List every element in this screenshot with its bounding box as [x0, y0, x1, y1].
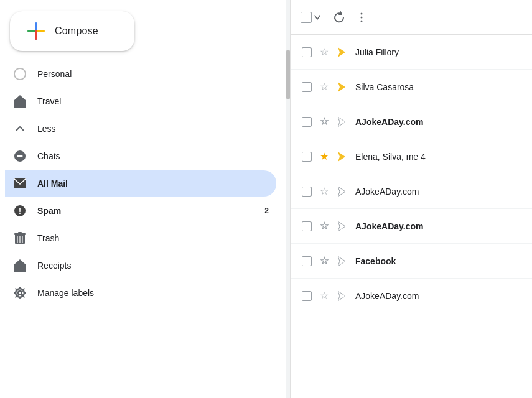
select-dropdown-icon[interactable]: [313, 13, 322, 22]
row-checkbox-4[interactable]: [301, 150, 313, 163]
sidebar-item-trash[interactable]: Trash: [5, 225, 276, 251]
refresh-button[interactable]: [329, 7, 349, 27]
compose-button[interactable]: Compose: [10, 11, 134, 51]
gear-icon: [12, 285, 27, 300]
chats-label: Chats: [37, 151, 60, 161]
svg-marker-28: [338, 187, 345, 197]
trash-icon: [12, 231, 27, 246]
email-row[interactable]: ☆ AJokeADay.com: [291, 104, 532, 139]
svg-point-4: [14, 68, 26, 80]
row-checkbox-5[interactable]: [301, 185, 313, 198]
receipts-label: Receipts: [37, 261, 71, 271]
sidebar-item-less[interactable]: Less: [5, 116, 276, 142]
svg-point-19: [16, 289, 24, 297]
manage-labels-label: Manage labels: [37, 288, 94, 298]
more-icon: [355, 11, 368, 24]
compose-plus-icon: [25, 20, 47, 42]
svg-marker-24: [338, 47, 345, 57]
email-row[interactable]: ☆ AJokeADay.com: [291, 209, 532, 244]
compose-label: Compose: [55, 25, 98, 37]
all-mail-icon: [12, 176, 27, 191]
svg-point-23: [361, 20, 363, 22]
star-8[interactable]: ☆: [318, 290, 330, 302]
svg-point-20: [18, 291, 22, 295]
email-list: ☆ Julia Fillory ☆ Silva Casarosa ☆ AJoke…: [291, 35, 532, 398]
important-3: [335, 114, 350, 129]
row-checkbox-1[interactable]: [301, 46, 313, 58]
sender-name-5: AJokeADay.com: [355, 187, 522, 197]
star-1[interactable]: ☆: [318, 46, 330, 58]
sidebar: Compose Personal Travel: [0, 0, 286, 398]
trash-label: Trash: [37, 233, 59, 243]
row-checkbox-3[interactable]: [301, 116, 313, 128]
scrollbar[interactable]: [286, 0, 290, 398]
row-checkbox-2[interactable]: [301, 81, 313, 93]
svg-point-22: [361, 16, 363, 18]
star-5[interactable]: ☆: [318, 185, 330, 198]
sidebar-item-receipts[interactable]: Receipts: [5, 252, 276, 279]
svg-point-7: [19, 155, 21, 157]
sidebar-nav: Personal Travel Less: [0, 61, 286, 306]
sidebar-item-chats[interactable]: Chats: [5, 143, 276, 169]
spam-icon: !: [12, 203, 27, 218]
sender-name-6: AJokeADay.com: [355, 221, 522, 231]
email-row[interactable]: ☆ Silva Casarosa: [291, 70, 532, 104]
svg-marker-25: [338, 82, 345, 92]
personal-label: Personal: [37, 69, 72, 79]
sender-name-7: Facebook: [355, 256, 522, 266]
svg-point-8: [21, 155, 23, 157]
all-mail-label: All Mail: [37, 178, 68, 188]
important-2: [335, 80, 350, 95]
toolbar: [291, 0, 532, 35]
svg-rect-14: [18, 232, 22, 234]
sidebar-item-personal[interactable]: Personal: [5, 61, 276, 87]
refresh-icon: [333, 11, 345, 24]
less-label: Less: [37, 124, 56, 134]
star-6[interactable]: ☆: [318, 220, 330, 233]
star-3[interactable]: ☆: [318, 116, 330, 128]
spam-label: Spam: [37, 206, 61, 216]
sidebar-item-all-mail[interactable]: All Mail: [5, 170, 276, 197]
email-row[interactable]: ☆ Facebook: [291, 244, 532, 279]
svg-marker-30: [338, 256, 345, 266]
select-all-group[interactable]: [301, 12, 322, 23]
email-row[interactable]: ☆ Julia Fillory: [291, 35, 532, 70]
personal-icon: [12, 67, 27, 81]
svg-point-6: [17, 155, 19, 157]
receipts-icon: [12, 258, 27, 273]
important-4: [335, 149, 350, 164]
svg-point-21: [361, 12, 363, 14]
row-checkbox-8[interactable]: [301, 290, 313, 302]
email-row[interactable]: ☆ AJokeADay.com: [291, 279, 532, 313]
important-8: [335, 289, 350, 303]
svg-marker-31: [338, 291, 345, 301]
svg-marker-27: [338, 152, 345, 162]
star-4[interactable]: ★: [318, 150, 330, 163]
svg-marker-26: [338, 117, 345, 127]
more-button[interactable]: [352, 7, 371, 27]
sender-name-8: AJokeADay.com: [355, 291, 522, 301]
email-row[interactable]: ★ Elena, Silva, me 4: [291, 139, 532, 174]
select-all-checkbox[interactable]: [301, 12, 312, 23]
sidebar-item-manage-labels[interactable]: Manage labels: [5, 280, 276, 306]
scrollbar-thumb[interactable]: [286, 50, 290, 100]
spam-badge: 2: [264, 206, 269, 215]
svg-marker-29: [338, 221, 345, 231]
sender-name-4: Elena, Silva, me 4: [355, 152, 522, 162]
travel-label: Travel: [37, 96, 61, 106]
row-checkbox-7[interactable]: [301, 255, 313, 267]
email-row[interactable]: ☆ AJokeADay.com: [291, 174, 532, 209]
main-panel: ☆ Julia Fillory ☆ Silva Casarosa ☆ AJoke…: [290, 0, 532, 398]
sender-name-2: Silva Casarosa: [355, 82, 522, 92]
chevron-up-icon: [12, 121, 27, 136]
star-7[interactable]: ☆: [318, 255, 330, 267]
star-2[interactable]: ☆: [318, 81, 330, 93]
svg-text:!: !: [19, 207, 21, 216]
sender-name-1: Julia Fillory: [355, 47, 522, 57]
travel-icon: [12, 94, 27, 109]
important-5: [335, 184, 350, 199]
important-1: [335, 45, 350, 60]
sidebar-item-spam[interactable]: ! Spam 2: [5, 198, 276, 224]
sidebar-item-travel[interactable]: Travel: [5, 88, 276, 114]
row-checkbox-6[interactable]: [301, 220, 313, 233]
